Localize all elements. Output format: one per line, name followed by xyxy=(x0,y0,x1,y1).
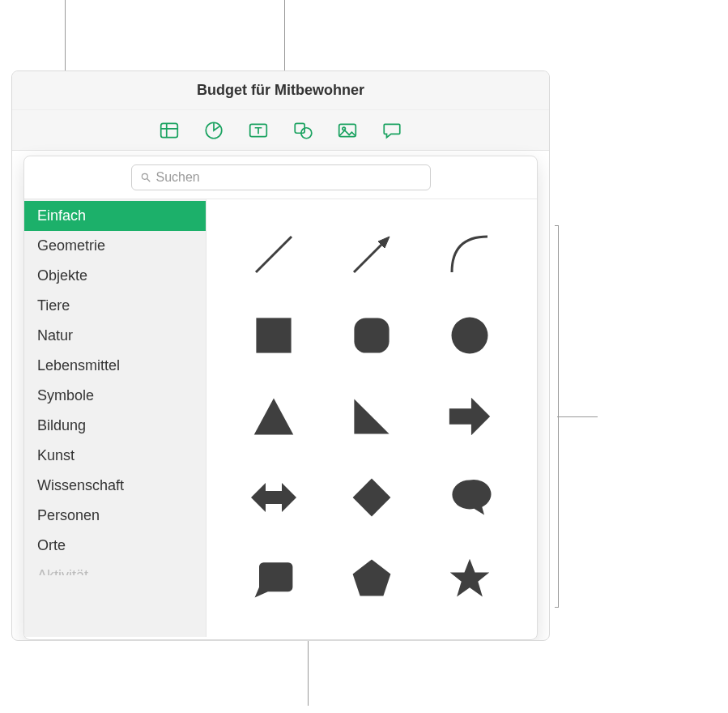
svg-marker-17 xyxy=(253,399,293,435)
sidebar-item-symbole[interactable]: Symbole xyxy=(24,381,206,411)
svg-marker-20 xyxy=(251,483,296,512)
table-icon xyxy=(159,120,180,141)
svg-point-16 xyxy=(452,318,488,354)
svg-rect-15 xyxy=(354,318,389,352)
svg-line-10 xyxy=(147,179,150,182)
svg-marker-23 xyxy=(450,559,490,597)
shape-arrow-right[interactable] xyxy=(445,392,494,441)
shape-arrow-line[interactable] xyxy=(347,230,396,279)
callout-rect-icon xyxy=(252,557,296,600)
textbox-button[interactable] xyxy=(247,119,270,142)
sidebar-item-einfach[interactable]: Einfach xyxy=(24,201,206,231)
sidebar-item-geometrie[interactable]: Geometrie xyxy=(24,231,206,261)
shape-arrow-leftright[interactable] xyxy=(249,473,298,522)
arrow-right-icon xyxy=(446,393,493,440)
sidebar-item-label: Aktivität xyxy=(37,567,88,575)
shapes-popover: Einfach Geometrie Objekte Tiere Natur Le… xyxy=(23,156,538,640)
svg-line-11 xyxy=(256,237,292,272)
sidebar-item-kunst[interactable]: Kunst xyxy=(24,441,206,471)
svg-marker-21 xyxy=(353,479,391,517)
window-title: Budget für Mitbewohner xyxy=(12,71,549,110)
shape-speech-bubble[interactable] xyxy=(445,473,494,522)
shape-icon xyxy=(292,120,313,141)
sidebar-item-label: Lebensmittel xyxy=(37,357,120,374)
svg-marker-19 xyxy=(449,398,490,435)
textbox-icon xyxy=(248,120,269,141)
sidebar-item-bildung[interactable]: Bildung xyxy=(24,411,206,441)
curve-icon xyxy=(445,230,494,279)
star-icon xyxy=(447,556,492,601)
sidebar-item-orte[interactable]: Orte xyxy=(24,531,206,561)
sidebar-item-label: Geometrie xyxy=(37,237,105,254)
search-row xyxy=(24,156,537,199)
sidebar-item-label: Tiere xyxy=(37,297,70,314)
svg-marker-22 xyxy=(353,560,391,596)
comment-button[interactable] xyxy=(381,119,403,142)
line-icon xyxy=(249,230,298,279)
sidebar-item-label: Bildung xyxy=(37,417,86,433)
chart-button[interactable] xyxy=(202,119,225,142)
right-triangle-icon xyxy=(350,395,394,438)
svg-rect-7 xyxy=(339,124,356,136)
shape-circle[interactable] xyxy=(445,311,494,360)
popover-body: Einfach Geometrie Objekte Tiere Natur Le… xyxy=(24,199,537,637)
shape-curve[interactable] xyxy=(445,230,494,279)
sidebar-item-tiere[interactable]: Tiere xyxy=(24,291,206,321)
app-window: Budget für Mitbewohner xyxy=(11,70,550,641)
sidebar-item-objekte[interactable]: Objekte xyxy=(24,261,206,291)
shape-pentagon[interactable] xyxy=(347,554,396,603)
circle-icon xyxy=(448,314,492,357)
search-icon xyxy=(140,172,151,183)
shape-star[interactable] xyxy=(445,554,494,603)
arrow-leftright-icon xyxy=(249,473,298,522)
category-sidebar: Einfach Geometrie Objekte Tiere Natur Le… xyxy=(24,199,206,637)
speech-bubble-icon xyxy=(448,476,492,519)
sidebar-item-label: Kunst xyxy=(37,447,75,463)
shape-line[interactable] xyxy=(249,230,298,279)
sidebar-item-label: Personen xyxy=(37,507,100,523)
sidebar-item-label: Orte xyxy=(37,537,66,553)
sidebar-item-label: Wissenschaft xyxy=(37,477,124,493)
shape-callout-rect[interactable] xyxy=(249,554,298,603)
svg-marker-18 xyxy=(354,399,389,433)
sidebar-item-aktivitaet[interactable]: Aktivität xyxy=(24,561,206,575)
svg-rect-0 xyxy=(161,123,178,137)
sidebar-item-label: Symbole xyxy=(37,387,94,403)
sidebar-item-lebensmittel[interactable]: Lebensmittel xyxy=(24,351,206,381)
pentagon-icon xyxy=(350,557,394,600)
svg-point-9 xyxy=(142,173,147,179)
comment-icon xyxy=(381,120,402,141)
callout-line-shapes-right xyxy=(557,416,598,417)
search-field[interactable] xyxy=(131,164,431,190)
sidebar-item-label: Einfach xyxy=(37,207,86,224)
triangle-icon xyxy=(251,394,296,439)
square-icon xyxy=(252,314,296,357)
sidebar-item-natur[interactable]: Natur xyxy=(24,321,206,351)
sidebar-item-personen[interactable]: Personen xyxy=(24,501,206,531)
shape-triangle[interactable] xyxy=(249,392,298,441)
chart-icon xyxy=(203,120,224,141)
shape-rounded-square[interactable] xyxy=(347,311,396,360)
table-button[interactable] xyxy=(158,119,181,142)
search-input[interactable] xyxy=(156,170,422,185)
diamond-icon xyxy=(350,476,394,519)
shape-diamond[interactable] xyxy=(347,473,396,522)
media-button[interactable] xyxy=(336,119,359,142)
media-icon xyxy=(337,120,358,141)
window-title-text: Budget für Mitbewohner xyxy=(197,82,364,99)
shape-right-triangle[interactable] xyxy=(347,392,396,441)
shape-button[interactable] xyxy=(292,119,314,142)
arrow-line-icon xyxy=(347,230,396,279)
shapes-grid xyxy=(206,199,537,637)
toolbar xyxy=(12,110,549,151)
sidebar-item-label: Objekte xyxy=(37,267,87,284)
sidebar-item-wissenschaft[interactable]: Wissenschaft xyxy=(24,471,206,501)
svg-rect-14 xyxy=(256,318,291,352)
shape-square[interactable] xyxy=(249,311,298,360)
rounded-square-icon xyxy=(350,314,394,357)
sidebar-item-label: Natur xyxy=(37,327,73,344)
